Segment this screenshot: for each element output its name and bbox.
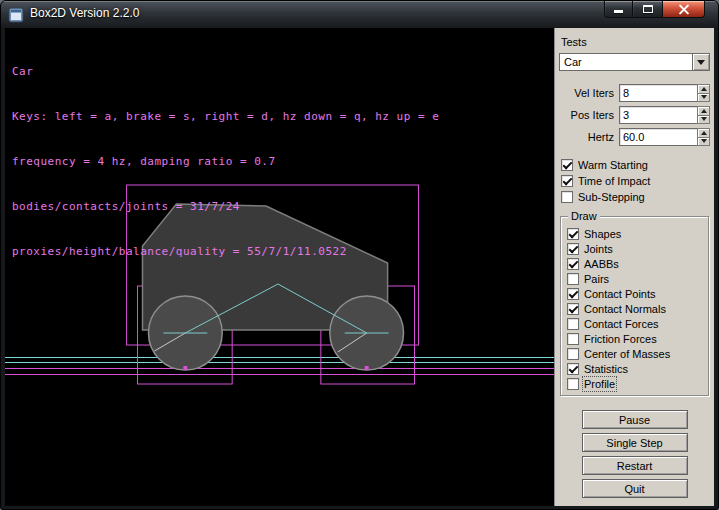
restart-button[interactable]: Restart [582, 456, 688, 475]
pos-iters-spin-down[interactable] [697, 116, 710, 125]
tests-dropdown[interactable]: Car [559, 53, 710, 71]
checkbox-label: Shapes [584, 228, 621, 240]
checkbox-contact-forces[interactable]: Contact Forces [565, 316, 706, 331]
checkbox-profile[interactable]: Profile [565, 376, 706, 391]
pos-iters-field [619, 106, 697, 124]
arrow-down-icon [701, 95, 707, 99]
physics-canvas[interactable]: Car Keys: left = a, brake = s, right = d… [5, 28, 554, 506]
checkbox-box [567, 258, 579, 270]
checkbox-friction-forces[interactable]: Friction Forces [565, 331, 706, 346]
close-icon [678, 4, 690, 15]
checkbox-time-of-impact[interactable]: Time of Impact [559, 173, 710, 189]
vel-iters-input[interactable] [620, 86, 697, 100]
pos-iters-row: Pos Iters [559, 106, 710, 124]
checkbox-box [567, 228, 579, 240]
checkbox-box [567, 348, 579, 360]
arrow-up-icon [701, 87, 707, 91]
hertz-row: Hertz [559, 128, 710, 146]
contact-point [365, 366, 369, 370]
hud-line-frequency: frequency = 4 hz, damping ratio = 0.7 [12, 154, 439, 169]
vel-iters-spin-down[interactable] [697, 94, 710, 103]
single-step-button[interactable]: Single Step [582, 433, 688, 452]
checkbox-warm-starting[interactable]: Warm Starting [559, 157, 710, 173]
checkbox-box [567, 303, 579, 315]
checkbox-box [561, 175, 573, 187]
hud-line-title: Car [12, 64, 439, 79]
close-button[interactable] [662, 1, 705, 18]
pos-iters-spinner [697, 106, 710, 124]
vel-iters-label: Vel Iters [559, 87, 619, 99]
hertz-field [619, 128, 697, 146]
checkbox-box [567, 363, 579, 375]
checkbox-label: Warm Starting [578, 159, 648, 171]
checkbox-label: Time of Impact [578, 175, 650, 187]
contact-point [183, 366, 187, 370]
checkbox-box [561, 159, 573, 171]
control-panel: Tests Car Vel Iters [554, 28, 714, 506]
checkbox-box [567, 288, 579, 300]
arrow-up-icon [701, 109, 707, 113]
window-controls [604, 1, 705, 18]
checkbox-label: Sub-Stepping [578, 191, 645, 203]
checkbox-box [567, 333, 579, 345]
hertz-spin-up[interactable] [697, 128, 710, 138]
checkbox-box [567, 378, 579, 390]
hud-text: Car Keys: left = a, brake = s, right = d… [12, 34, 439, 289]
arrow-down-icon [701, 139, 707, 143]
pos-iters-input[interactable] [620, 108, 697, 122]
checkbox-center-of-masses[interactable]: Center of Masses [565, 346, 706, 361]
checkbox-label: Profile [584, 378, 615, 390]
pos-iters-label: Pos Iters [559, 109, 619, 121]
checkbox-pairs[interactable]: Pairs [565, 271, 706, 286]
tests-dropdown-value: Car [560, 54, 692, 70]
checkbox-box [561, 191, 573, 203]
iteration-settings: Vel Iters Pos Iters [559, 84, 710, 150]
tests-dropdown-arrow-button[interactable] [692, 54, 709, 70]
checkbox-label: AABBs [584, 258, 619, 270]
checkbox-aabbs[interactable]: AABBs [565, 256, 706, 271]
checkbox-label: Contact Forces [584, 318, 659, 330]
checkbox-box [567, 243, 579, 255]
arrow-down-icon [701, 117, 707, 121]
checkbox-statistics[interactable]: Statistics [565, 361, 706, 376]
app-icon[interactable] [8, 7, 24, 23]
checkbox-contact-points[interactable]: Contact Points [565, 286, 706, 301]
hertz-spin-down[interactable] [697, 138, 710, 147]
checkbox-label: Statistics [584, 363, 628, 375]
vel-iters-spinner [697, 84, 710, 102]
pos-iters-spin-up[interactable] [697, 106, 710, 116]
hertz-spinner [697, 128, 710, 146]
checkbox-sub-stepping[interactable]: Sub-Stepping [559, 189, 710, 205]
vel-iters-field [619, 84, 697, 102]
pause-button[interactable]: Pause [582, 410, 688, 429]
minimize-button[interactable] [604, 1, 633, 18]
checkbox-label: Contact Normals [584, 303, 666, 315]
checkbox-label: Friction Forces [584, 333, 657, 345]
window-content: Car Keys: left = a, brake = s, right = d… [5, 28, 714, 506]
window-title: Box2D Version 2.2.0 [30, 6, 139, 20]
checkbox-joints[interactable]: Joints [565, 241, 706, 256]
arrow-up-icon [701, 131, 707, 135]
hud-line-proxies: proxies/height/balance/quality = 55/7/1/… [12, 244, 439, 259]
maximize-icon [643, 5, 653, 13]
hertz-input[interactable] [620, 130, 697, 144]
checkbox-box [567, 273, 579, 285]
draw-group-label: Draw [568, 210, 600, 222]
checkbox-contact-normals[interactable]: Contact Normals [565, 301, 706, 316]
action-buttons: Pause Single Step Restart Quit [559, 410, 710, 498]
hertz-label: Hertz [559, 131, 619, 143]
chevron-down-icon [697, 60, 705, 65]
app-window: Box2D Version 2.2.0 Car Keys: left = a, … [0, 0, 719, 510]
titlebar: Box2D Version 2.2.0 [1, 1, 718, 28]
solver-toggles: Warm Starting Time of Impact Sub-Steppin… [559, 157, 710, 205]
draw-options: Shapes Joints AABBs Pairs [565, 226, 706, 391]
vel-iters-row: Vel Iters [559, 84, 710, 102]
checkbox-shapes[interactable]: Shapes [565, 226, 706, 241]
checkbox-label: Pairs [584, 273, 609, 285]
hud-line-counts: bodies/contacts/joints = 31/7/24 [12, 199, 439, 214]
draw-group: Draw Shapes Joints AABBs [560, 216, 709, 396]
checkbox-box [567, 318, 579, 330]
maximize-button[interactable] [633, 1, 662, 18]
vel-iters-spin-up[interactable] [697, 84, 710, 94]
quit-button[interactable]: Quit [582, 479, 688, 498]
